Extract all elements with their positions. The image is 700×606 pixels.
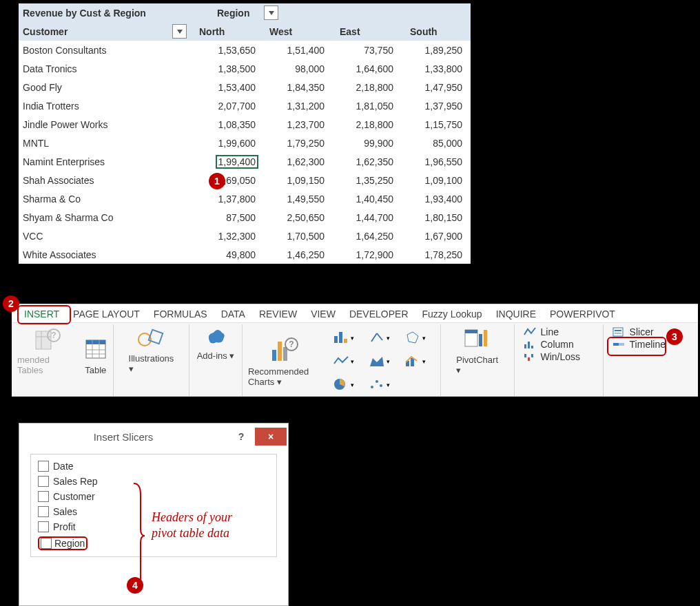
tab-formulas[interactable]: FORMULAS [147,306,214,322]
value-cell[interactable]: 1,62,300 [264,156,333,167]
value-cell[interactable]: 49,800 [195,249,264,260]
svg-rect-22 [344,339,347,343]
slicer-field-row[interactable]: Sales Rep [37,474,271,489]
callout-3-box [607,337,666,356]
value-cell[interactable]: 1,51,400 [264,45,333,56]
value-cell[interactable]: 1,99,600 [195,138,264,149]
value-cell[interactable]: 1,81,050 [333,101,402,112]
sparkline-winloss-button[interactable]: Win/Loss [520,351,584,363]
value-cell[interactable]: 1,64,250 [333,231,402,242]
illustrations-button[interactable]: Illustrations▾ [129,326,174,374]
checkbox-icon[interactable] [38,461,49,472]
value-cell[interactable]: 1,31,200 [264,101,333,112]
svg-rect-52 [615,330,621,331]
value-cell[interactable]: 1,15,750 [402,119,471,130]
value-cell[interactable]: 1,99,400 [195,155,264,169]
chart-gallery: ▾ ▾ ▾ ▾ ▾ ▾ ▾ ▾ [325,326,435,396]
checkbox-icon[interactable] [41,538,52,549]
value-cell[interactable]: 2,50,650 [264,212,333,223]
value-cell[interactable]: 1,53,400 [195,82,264,93]
value-cell[interactable]: 2,18,800 [333,119,402,130]
ribbon: INSERT PAGE LAYOUT FORMULAS DATA REVIEW … [12,304,698,397]
checkbox-icon[interactable] [38,521,49,532]
value-cell[interactable]: 1,38,500 [195,63,264,74]
stock-chart-icon[interactable]: ▾ [363,327,396,348]
value-cell[interactable]: 1,84,350 [264,82,333,93]
value-cell[interactable]: 1,67,900 [402,231,471,242]
value-cell[interactable]: 1,23,700 [264,119,333,130]
table-button[interactable]: Table [84,336,107,375]
pie-chart-icon[interactable]: ▾ [327,374,360,395]
svg-marker-0 [269,11,274,15]
value-cell[interactable]: 1,46,250 [264,249,333,260]
value-cell[interactable]: 73,750 [333,45,402,56]
region-filter-dropdown[interactable] [264,6,278,20]
value-cell[interactable]: 1,35,250 [333,175,402,186]
radar-chart-icon[interactable]: ▾ [399,327,432,348]
slicer-field-row[interactable]: Date [37,459,271,474]
value-cell[interactable]: 1,72,900 [333,249,402,260]
value-cell[interactable]: 99,900 [333,138,402,149]
customer-filter-dropdown[interactable] [172,24,187,39]
pivotchart-button[interactable]: PivotChart▾ [456,326,498,375]
value-cell[interactable]: 1,62,350 [333,156,402,167]
tab-developer[interactable]: DEVELOPER [342,306,415,322]
sparkline-column-button[interactable]: Column [520,338,577,351]
value-cell[interactable]: 1,47,950 [402,82,471,93]
tab-review[interactable]: REVIEW [252,306,304,322]
value-cell[interactable]: 2,07,700 [195,101,264,112]
value-cell[interactable]: 1,64,600 [333,63,402,74]
combo-chart-icon[interactable]: ▾ [399,351,432,371]
dialog-close-button[interactable]: × [255,428,287,446]
value-cell[interactable]: 1,93,400 [402,194,471,205]
sparkline-line-button[interactable]: Line [520,326,562,338]
value-cell[interactable]: 1,33,800 [402,63,471,74]
dialog-title: Insert Slicers [19,431,227,443]
value-cell[interactable]: 87,500 [195,212,264,223]
value-cell[interactable]: 1,08,350 [195,119,264,130]
value-cell[interactable]: 1,53,650 [195,45,264,56]
bar-chart-icon[interactable]: ▾ [327,327,360,348]
tab-inquire[interactable]: INQUIRE [489,306,543,322]
tab-data[interactable]: DATA [214,306,252,322]
checkbox-icon[interactable] [38,491,49,502]
dialog-help-button[interactable]: ? [227,431,255,442]
value-cell[interactable]: 1,89,250 [402,45,471,56]
value-cell[interactable]: 98,000 [264,63,333,74]
customer-cell: India Trotters [19,101,195,112]
addins-button[interactable]: Add-ins ▾ [197,326,235,361]
value-cell[interactable]: 1,96,550 [402,156,471,167]
tab-fuzzy-lookup[interactable]: Fuzzy Lookup [415,306,489,322]
recommended-tables-button[interactable]: ? mended Tables [17,326,77,375]
checkbox-icon[interactable] [38,506,49,517]
slicer-icon [612,326,626,337]
value-cell[interactable]: 2,69,050 [195,175,264,186]
tab-page-layout[interactable]: PAGE LAYOUT [66,306,147,322]
value-cell[interactable]: 1,44,700 [333,212,402,223]
value-cell[interactable]: 85,000 [402,138,471,149]
pivot-table-icon: ? [33,326,61,353]
slicer-field-row[interactable]: Customer [37,489,271,504]
field-label: Sales Rep [53,476,98,487]
callout-2-box [17,305,71,324]
checkbox-icon[interactable] [38,476,49,487]
value-cell[interactable]: 1,37,800 [195,194,264,205]
value-cell[interactable]: 2,18,800 [333,82,402,93]
value-cell[interactable]: 1,40,450 [333,194,402,205]
recommended-charts-button[interactable]: ? Recommended Charts ▾ [248,335,320,387]
value-cell[interactable]: 1,49,550 [264,194,333,205]
value-cell[interactable]: 1,37,950 [402,101,471,112]
tab-view[interactable]: VIEW [304,306,342,322]
value-cell[interactable]: 1,79,250 [264,138,333,149]
line-chart-icon[interactable]: ▾ [327,351,360,371]
tab-powerpivot[interactable]: POWERPIVOT [543,306,622,322]
value-cell[interactable]: 1,09,100 [402,175,471,186]
value-cell[interactable]: 1,70,500 [264,231,333,242]
value-cell[interactable]: 1,78,250 [402,249,471,260]
customer-cell: Namint Enterprises [19,156,195,167]
scatter-chart-icon[interactable]: ▾ [363,374,396,395]
value-cell[interactable]: 1,80,150 [402,212,471,223]
area-chart-icon[interactable]: ▾ [363,351,396,371]
value-cell[interactable]: 1,32,300 [195,231,264,242]
value-cell[interactable]: 1,09,150 [264,175,333,186]
